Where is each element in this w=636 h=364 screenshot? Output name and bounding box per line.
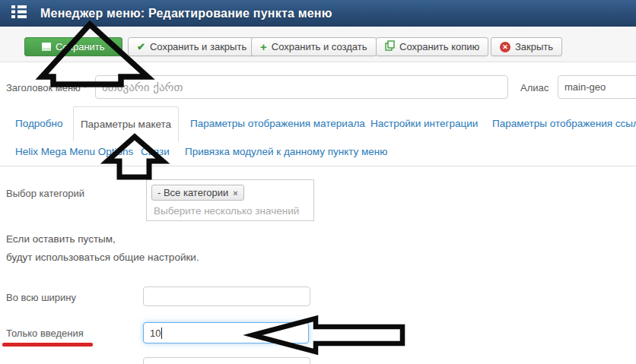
tab-module-assignment[interactable]: Привязка модулей к данному пункту меню bbox=[185, 141, 387, 166]
tab-details[interactable]: Подробно bbox=[15, 106, 63, 141]
copy-icon bbox=[385, 40, 395, 53]
category-select-label: Выбор категорий bbox=[6, 188, 84, 199]
text-cursor bbox=[161, 328, 162, 339]
tab-helix-mega-menu[interactable]: Helix Mega Menu Options bbox=[15, 141, 133, 166]
alias-label: Алиас bbox=[520, 82, 549, 93]
close-circle-icon: ✕ bbox=[500, 42, 510, 52]
plus-icon: + bbox=[260, 41, 267, 52]
save-copy-button[interactable]: Сохранить копию bbox=[376, 37, 488, 56]
save-button[interactable]: Сохранить bbox=[24, 37, 122, 56]
title-label: Заголовок меню * bbox=[6, 82, 87, 93]
fullwidth-input[interactable] bbox=[143, 286, 310, 306]
multiselect-placeholder: Выберите несколько значений bbox=[154, 205, 299, 217]
alias-input[interactable] bbox=[558, 75, 636, 99]
empty-hint-line2: будут использоваться общие настройки. bbox=[6, 252, 199, 263]
intro-only-input[interactable]: 10 bbox=[143, 322, 309, 343]
window-header: Менеджер меню: Редактирование пункта мен… bbox=[0, 0, 636, 27]
check-icon: ✔ bbox=[137, 41, 145, 52]
remove-chip-icon[interactable]: × bbox=[233, 188, 237, 198]
clipped-bottom-input[interactable] bbox=[143, 357, 310, 364]
title-input[interactable] bbox=[95, 75, 508, 99]
category-multiselect[interactable]: - Все категории × Выберите несколько зна… bbox=[146, 179, 314, 221]
selected-category-chip: - Все категории × bbox=[151, 185, 244, 201]
tab-link-display-options[interactable]: Параметры отображения ссылки bbox=[492, 106, 636, 141]
fullwidth-label: Во всю ширину bbox=[6, 292, 76, 303]
tab-associations[interactable]: Связи bbox=[141, 141, 170, 166]
intro-only-label: Только введения bbox=[6, 328, 84, 339]
page-title: Менеджер меню: Редактирование пункта мен… bbox=[40, 7, 332, 21]
save-disk-icon bbox=[42, 43, 51, 51]
menu-list-icon bbox=[11, 5, 27, 22]
tab-integration-settings[interactable]: Настройки интеграции bbox=[370, 106, 478, 141]
toolbar: Сохранить ✔ Сохранить и закрыть + Сохран… bbox=[0, 27, 636, 62]
joomla-menu-item-editor: Менеджер меню: Редактирование пункта мен… bbox=[0, 0, 636, 364]
empty-hint-line1: Если оставить пустым, bbox=[6, 233, 116, 245]
tab-bar: Подробно Параметры макета Параметры отоб… bbox=[0, 106, 636, 166]
close-button[interactable]: ✕ Закрыть bbox=[491, 37, 562, 56]
save-and-new-button[interactable]: + Сохранить и создать bbox=[251, 37, 377, 56]
tabs-divider bbox=[0, 166, 636, 166]
tab-article-display-options[interactable]: Параметры отображения материала bbox=[190, 106, 365, 141]
save-and-close-button[interactable]: ✔ Сохранить и закрыть bbox=[128, 37, 256, 56]
tab-layout-options-active[interactable]: Параметры макета bbox=[73, 106, 179, 141]
red-underline-annotation bbox=[2, 343, 93, 347]
